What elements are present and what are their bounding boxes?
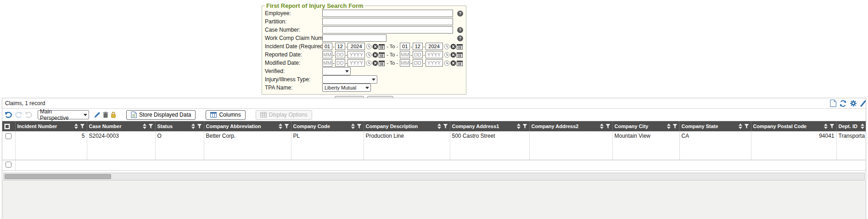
- reported-to-day-input[interactable]: [413, 51, 423, 58]
- perspective-select[interactable]: Main Perspective: [38, 110, 89, 119]
- sort-icon[interactable]: [739, 124, 743, 129]
- sort-icon[interactable]: [74, 124, 78, 129]
- modified-to-day-input[interactable]: [413, 59, 423, 67]
- incident-to-month-input[interactable]: [400, 43, 410, 50]
- settings-gear-icon[interactable]: [850, 100, 857, 107]
- partition-input[interactable]: [322, 18, 453, 25]
- modified-from-day-input[interactable]: [335, 59, 345, 67]
- reported-from-month-input[interactable]: [322, 51, 332, 58]
- col-company-address1[interactable]: Company Address1: [450, 121, 529, 131]
- filter-icon[interactable]: [149, 124, 153, 129]
- time-icon[interactable]: [366, 52, 372, 58]
- delete-trash-icon[interactable]: [103, 112, 108, 118]
- row-checkbox[interactable]: [6, 133, 11, 139]
- undo-icon[interactable]: [5, 112, 12, 118]
- sort-icon[interactable]: [824, 124, 828, 129]
- sort-icon[interactable]: [667, 124, 671, 129]
- sort-icon[interactable]: [600, 124, 604, 129]
- calendar-icon[interactable]: [457, 52, 463, 58]
- incident-to-year-input[interactable]: [426, 43, 443, 50]
- work-comp-input[interactable]: [322, 34, 386, 42]
- filter-icon[interactable]: [523, 124, 527, 129]
- incident-to-day-input[interactable]: [413, 43, 423, 50]
- col-dept-id[interactable]: Dept. ID: [836, 121, 866, 131]
- case-number-input[interactable]: [322, 26, 453, 34]
- clear-date-icon[interactable]: [372, 52, 378, 58]
- verified-select[interactable]: [322, 67, 351, 75]
- calendar-icon[interactable]: [379, 60, 385, 66]
- reported-to-month-input[interactable]: [400, 51, 410, 58]
- scrollbar-thumb[interactable]: [5, 174, 111, 179]
- filter-icon[interactable]: [745, 124, 749, 129]
- col-case-number[interactable]: Case Number: [87, 121, 155, 131]
- col-company-abbreviation[interactable]: Company Abbreviation: [204, 121, 291, 131]
- filter-icon[interactable]: [606, 124, 610, 129]
- modified-to-month-input[interactable]: [400, 59, 410, 67]
- time-icon[interactable]: [444, 60, 450, 66]
- sort-icon[interactable]: [437, 124, 442, 129]
- select-all-checkbox[interactable]: [4, 124, 10, 129]
- calendar-icon[interactable]: [457, 44, 463, 50]
- sort-icon[interactable]: [517, 124, 521, 129]
- lock-icon[interactable]: [111, 112, 116, 118]
- reported-from-day-input[interactable]: [335, 51, 345, 58]
- filter-icon[interactable]: [830, 124, 834, 129]
- help-icon[interactable]: ?: [457, 11, 463, 17]
- incident-from-year-input[interactable]: [347, 43, 365, 50]
- incident-from-month-input[interactable]: [322, 43, 332, 50]
- help-icon[interactable]: ?: [457, 35, 463, 41]
- col-company-description[interactable]: Company Description: [364, 121, 450, 131]
- col-company-address2[interactable]: Company Address2: [529, 121, 612, 131]
- calendar-icon[interactable]: [379, 44, 385, 50]
- columns-button[interactable]: Columns: [206, 110, 245, 120]
- clear-date-icon[interactable]: [450, 52, 456, 58]
- edit-pencil-icon[interactable]: [94, 112, 101, 118]
- col-company-state[interactable]: Company State: [679, 121, 751, 131]
- help-icon[interactable]: ?: [457, 27, 463, 33]
- tpa-name-select[interactable]: Liberty Mutual: [322, 84, 371, 92]
- filter-icon[interactable]: [197, 124, 202, 129]
- filter-icon[interactable]: [443, 124, 448, 129]
- edge-clipped-icon[interactable]: [860, 100, 866, 107]
- reported-to-year-input[interactable]: [426, 51, 443, 58]
- injury-type-select[interactable]: [322, 75, 377, 84]
- new-document-icon[interactable]: [830, 100, 836, 107]
- filter-icon[interactable]: [285, 124, 289, 129]
- horizontal-scrollbar[interactable]: [3, 173, 865, 180]
- sort-icon[interactable]: [279, 124, 283, 129]
- clear-date-icon[interactable]: [450, 44, 456, 50]
- col-status[interactable]: Status: [155, 121, 204, 131]
- time-icon[interactable]: [444, 44, 450, 50]
- employee-input[interactable]: [322, 10, 453, 17]
- incident-from-day-input[interactable]: [335, 43, 345, 50]
- sort-icon[interactable]: [191, 124, 196, 129]
- modified-to-year-input[interactable]: [426, 59, 443, 67]
- store-displayed-data-button[interactable]: Store Displayed Data: [126, 110, 196, 120]
- claim-row[interactable]: 5 S2024-0003 O Better Corp. PL Productio…: [2, 131, 866, 160]
- col-company-postal-code[interactable]: Company Postal Code: [751, 121, 836, 131]
- chevron-down-icon: [370, 77, 377, 83]
- calendar-icon[interactable]: [457, 60, 463, 66]
- clear-date-icon[interactable]: [450, 60, 456, 66]
- sort-icon[interactable]: [143, 124, 147, 129]
- empty-row-checkbox[interactable]: [6, 162, 11, 168]
- modified-from-year-input[interactable]: [347, 59, 365, 67]
- calendar-icon[interactable]: [379, 52, 385, 58]
- refresh-icon[interactable]: [840, 100, 846, 107]
- filter-icon[interactable]: [80, 124, 85, 129]
- clear-date-icon[interactable]: [372, 44, 378, 50]
- sort-icon[interactable]: [351, 124, 355, 129]
- col-company-city[interactable]: Company City: [612, 121, 679, 131]
- filter-icon[interactable]: [357, 124, 362, 129]
- select-all-header[interactable]: [2, 121, 15, 131]
- sort-icon[interactable]: [861, 124, 865, 129]
- col-incident-number[interactable]: Incident Number: [15, 121, 87, 131]
- modified-from-month-input[interactable]: [322, 59, 332, 67]
- time-icon[interactable]: [366, 44, 372, 50]
- clear-date-icon[interactable]: [372, 60, 378, 66]
- filter-icon[interactable]: [673, 124, 678, 129]
- reported-from-year-input[interactable]: [347, 51, 365, 58]
- col-company-code[interactable]: Company Code: [291, 121, 364, 131]
- time-icon[interactable]: [444, 52, 450, 58]
- time-icon[interactable]: [366, 60, 372, 66]
